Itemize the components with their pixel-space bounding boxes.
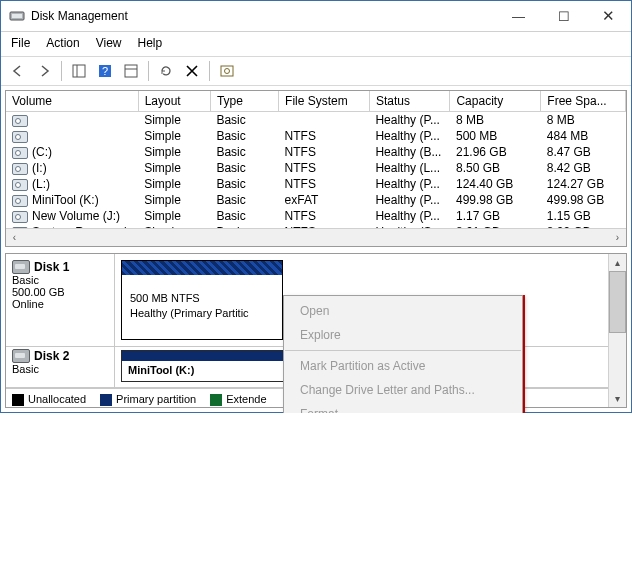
scroll-left-icon[interactable]: ‹ bbox=[6, 229, 23, 246]
cell: 500 MB bbox=[450, 128, 541, 144]
minimize-button[interactable]: ― bbox=[496, 2, 541, 31]
cell: 8.42 GB bbox=[541, 160, 626, 176]
cell: Basic bbox=[210, 192, 278, 208]
menu-action[interactable]: Action bbox=[46, 36, 79, 50]
cell bbox=[279, 112, 370, 129]
show-hide-tree-icon[interactable] bbox=[68, 60, 90, 82]
cell: Healthy (P... bbox=[369, 112, 450, 129]
cell: NTFS bbox=[279, 144, 370, 160]
toolbar-separator bbox=[148, 61, 149, 81]
settings-icon[interactable] bbox=[216, 60, 238, 82]
volume-icon bbox=[12, 147, 28, 159]
back-icon[interactable] bbox=[7, 60, 29, 82]
partition[interactable]: MiniTool (K:) bbox=[121, 350, 293, 382]
ctx-change-letter[interactable]: Change Drive Letter and Paths... bbox=[284, 378, 522, 402]
refresh-icon[interactable] bbox=[155, 60, 177, 82]
cell: (I:) bbox=[6, 160, 138, 176]
cell: Simple bbox=[138, 112, 210, 129]
disk-header-2[interactable]: Disk 2 Basic bbox=[6, 347, 115, 387]
table-row[interactable]: SimpleBasicNTFSHealthy (P...500 MB484 MB bbox=[6, 128, 626, 144]
menu-separator bbox=[285, 350, 521, 351]
close-button[interactable]: ✕ bbox=[586, 2, 631, 31]
titlebar[interactable]: Disk Management ― ☐ ✕ bbox=[1, 1, 631, 32]
volume-list[interactable]: VolumeLayoutTypeFile SystemStatusCapacit… bbox=[5, 90, 627, 247]
menu-file[interactable]: File bbox=[11, 36, 30, 50]
svg-rect-2 bbox=[73, 65, 85, 77]
cell: Basic bbox=[210, 160, 278, 176]
cell: 1.15 GB bbox=[541, 208, 626, 224]
disk-state: Online bbox=[12, 298, 108, 310]
scroll-up-icon[interactable]: ▴ bbox=[609, 254, 626, 271]
cell: Healthy (L... bbox=[369, 160, 450, 176]
ctx-explore[interactable]: Explore bbox=[284, 323, 522, 347]
cell: NTFS bbox=[279, 176, 370, 192]
forward-icon[interactable] bbox=[33, 60, 55, 82]
app-icon bbox=[9, 8, 25, 24]
cell: NTFS bbox=[279, 160, 370, 176]
cell: 21.96 GB bbox=[450, 144, 541, 160]
cell: Healthy (P... bbox=[369, 176, 450, 192]
cell: Healthy (P... bbox=[369, 128, 450, 144]
cell: New Volume (J:) bbox=[6, 208, 138, 224]
table-row[interactable]: (C:)SimpleBasicNTFSHealthy (B...21.96 GB… bbox=[6, 144, 626, 160]
cell: Healthy (P... bbox=[369, 192, 450, 208]
svg-text:?: ? bbox=[102, 65, 108, 77]
toolbar-separator bbox=[209, 61, 210, 81]
cell: Simple bbox=[138, 208, 210, 224]
cell: 8 MB bbox=[541, 112, 626, 129]
cell bbox=[6, 112, 138, 129]
cell: NTFS bbox=[279, 208, 370, 224]
column-header[interactable]: Capacity bbox=[450, 91, 541, 112]
cell: Basic bbox=[210, 128, 278, 144]
menu-view[interactable]: View bbox=[96, 36, 122, 50]
partition-size: 500 MB NTFS bbox=[130, 291, 274, 306]
svg-rect-8 bbox=[221, 66, 233, 76]
cell: 124.40 GB bbox=[450, 176, 541, 192]
column-header[interactable]: Free Spa... bbox=[541, 91, 626, 112]
menu-help[interactable]: Help bbox=[138, 36, 163, 50]
ctx-open[interactable]: Open bbox=[284, 299, 522, 323]
cell: Basic bbox=[210, 144, 278, 160]
partition-selected[interactable]: 500 MB NTFS Healthy (Primary Partitic bbox=[121, 260, 283, 340]
disk-size: 500.00 GB bbox=[12, 286, 108, 298]
toolbar: ? bbox=[1, 56, 631, 86]
ctx-format[interactable]: Format... bbox=[284, 402, 522, 413]
column-header[interactable]: Layout bbox=[138, 91, 210, 112]
volume-icon bbox=[12, 115, 28, 127]
legend-unallocated: Unallocated bbox=[12, 393, 86, 406]
table-row[interactable]: (I:)SimpleBasicNTFSHealthy (L...8.50 GB8… bbox=[6, 160, 626, 176]
table-row[interactable]: SimpleBasicHealthy (P...8 MB8 MB bbox=[6, 112, 626, 129]
table-row[interactable]: MiniTool (K:)SimpleBasicexFATHealthy (P.… bbox=[6, 192, 626, 208]
volume-icon bbox=[12, 163, 28, 175]
column-header[interactable]: File System bbox=[279, 91, 370, 112]
ctx-mark-active[interactable]: Mark Partition as Active bbox=[284, 354, 522, 378]
table-row[interactable]: New Volume (J:)SimpleBasicNTFSHealthy (P… bbox=[6, 208, 626, 224]
disk-header-1[interactable]: Disk 1 Basic 500.00 GB Online bbox=[6, 254, 115, 346]
legend-primary: Primary partition bbox=[100, 393, 196, 406]
properties-icon[interactable] bbox=[120, 60, 142, 82]
volume-icon bbox=[12, 211, 28, 223]
disk-kind: Basic bbox=[12, 363, 108, 375]
help-icon[interactable]: ? bbox=[94, 60, 116, 82]
vertical-scrollbar[interactable]: ▴ ▾ bbox=[608, 254, 626, 407]
svg-rect-6 bbox=[125, 65, 137, 77]
delete-icon[interactable] bbox=[181, 60, 203, 82]
cell: 8 MB bbox=[450, 112, 541, 129]
scroll-down-icon[interactable]: ▾ bbox=[609, 390, 626, 407]
column-header[interactable]: Status bbox=[369, 91, 450, 112]
volume-icon bbox=[12, 131, 28, 143]
table-row[interactable]: (L:)SimpleBasicNTFSHealthy (P...124.40 G… bbox=[6, 176, 626, 192]
cell: Healthy (P... bbox=[369, 208, 450, 224]
volume-icon bbox=[12, 179, 28, 191]
horizontal-scrollbar[interactable]: ‹ › bbox=[6, 228, 626, 246]
window-title: Disk Management bbox=[31, 9, 496, 23]
column-header[interactable]: Volume bbox=[6, 91, 138, 112]
cell: 484 MB bbox=[541, 128, 626, 144]
toolbar-separator bbox=[61, 61, 62, 81]
cell: 124.27 GB bbox=[541, 176, 626, 192]
scroll-right-icon[interactable]: › bbox=[609, 229, 626, 246]
volume-icon bbox=[12, 195, 28, 207]
scroll-thumb[interactable] bbox=[609, 271, 626, 333]
maximize-button[interactable]: ☐ bbox=[541, 2, 586, 31]
column-header[interactable]: Type bbox=[210, 91, 278, 112]
